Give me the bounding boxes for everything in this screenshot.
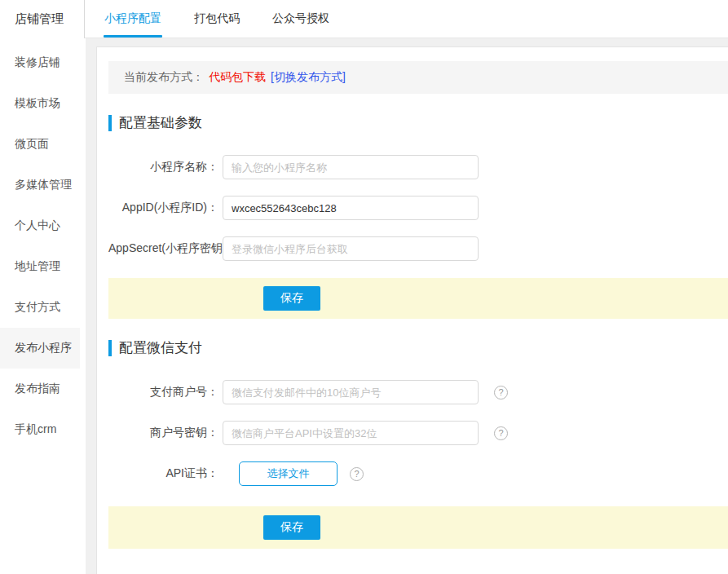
sidebar-item-publish-guide[interactable]: 发布指南 [0,369,80,409]
section-wechat-pay: 配置微信支付 [108,338,728,357]
choose-file-button[interactable]: 选择文件 [239,461,338,486]
tab-official-account-auth[interactable]: 公众号授权 [272,0,329,38]
switch-publish-mode-link[interactable]: [切换发布方式] [271,70,346,85]
sidebar-item-address-management[interactable]: 地址管理 [0,246,80,287]
appsecret-input[interactable] [223,236,479,261]
field-label: 支付商户号： [108,385,218,400]
sidebar-item-label: 手机crm [15,422,56,437]
section-accent-bar [108,340,112,356]
sidebar-item-label: 个人中心 [15,219,60,233]
merchant-key-help-icon[interactable]: ? [494,426,508,440]
tab-miniprogram-config[interactable]: 小程序配置 [104,0,161,38]
basic-save-bar: 保存 [108,278,728,319]
sidebar-header: 店铺管理 [0,0,85,38]
field-label: 商户号密钥： [108,426,218,440]
field-label: AppID(小程序ID)： [108,201,218,215]
sidebar-item-label: 地址管理 [15,259,60,274]
sidebar-item-decorate-shop[interactable]: 装修店铺 [0,42,80,83]
top-bar: 店铺管理 小程序配置 打包代码 公众号授权 [0,0,728,38]
tab-label: 公众号授权 [272,11,329,26]
sidebar-item-label: 多媒体管理 [15,178,72,192]
tab-package-code[interactable]: 打包代码 [194,0,240,38]
merchant-id-help-icon[interactable]: ? [494,386,508,400]
sidebar-item-label: 发布小程序 [15,341,72,355]
basic-save-button[interactable]: 保存 [263,286,320,311]
section-accent-bar [108,115,112,131]
config-panel: 当前发布方式： 代码包下载 [切换发布方式] 配置基础参数 小程序名称： App… [96,46,728,574]
sidebar-item-mobile-crm[interactable]: 手机crm [0,409,80,450]
api-cert-help-icon[interactable]: ? [350,467,364,481]
field-row-api-cert: API证书： 选择文件 ? [108,461,728,486]
merchant-key-input[interactable] [223,421,479,445]
payment-save-bar: 保存 [108,506,728,549]
content-background: 当前发布方式： 代码包下载 [切换发布方式] 配置基础参数 小程序名称： App… [86,38,728,574]
tab-bar: 小程序配置 打包代码 公众号授权 [85,0,728,38]
section-title-text: 配置基础参数 [119,113,202,132]
sidebar-item-payment-method[interactable]: 支付方式 [0,287,80,328]
field-row-appid: AppID(小程序ID)： [108,196,728,220]
miniprogram-name-input[interactable] [223,155,479,179]
field-row-miniprogram-name: 小程序名称： [108,155,728,179]
field-row-merchant-id: 支付商户号： ? [108,380,728,404]
field-label: API证书： [108,466,218,481]
field-label: AppSecret(小程序密钥)： [108,241,218,256]
payment-save-button[interactable]: 保存 [263,515,320,540]
section-basic-params: 配置基础参数 [108,113,728,132]
sidebar-item-label: 支付方式 [15,300,60,315]
sidebar-item-template-market[interactable]: 模板市场 [0,83,80,124]
sidebar-item-label: 装修店铺 [15,55,60,70]
section-title-text: 配置微信支付 [119,338,202,357]
sidebar-header-label: 店铺管理 [15,11,64,27]
sidebar-item-micro-page[interactable]: 微页面 [0,124,80,165]
sidebar-item-label: 模板市场 [15,96,60,111]
field-label: 小程序名称： [108,160,218,174]
notice-prefix: 当前发布方式： [124,70,204,85]
sidebar-item-label: 发布指南 [15,382,60,396]
sidebar-nav: 装修店铺 模板市场 微页面 多媒体管理 个人中心 地址管理 支付方式 发布小程序… [0,38,85,574]
sidebar-item-publish-miniprogram[interactable]: 发布小程序 [0,328,80,369]
field-row-merchant-key: 商户号密钥： ? [108,421,728,445]
field-row-appsecret: AppSecret(小程序密钥)： [108,236,728,261]
appid-input[interactable] [223,196,479,220]
sidebar-item-personal-center[interactable]: 个人中心 [0,205,80,246]
sidebar-item-media-management[interactable]: 多媒体管理 [0,165,80,205]
tab-label: 小程序配置 [104,11,161,26]
publish-mode-notice: 当前发布方式： 代码包下载 [切换发布方式] [108,61,728,94]
tab-label: 打包代码 [194,11,240,26]
publish-mode-value: 代码包下载 [209,70,266,85]
merchant-id-input[interactable] [223,380,479,404]
sidebar-item-label: 微页面 [15,137,49,152]
